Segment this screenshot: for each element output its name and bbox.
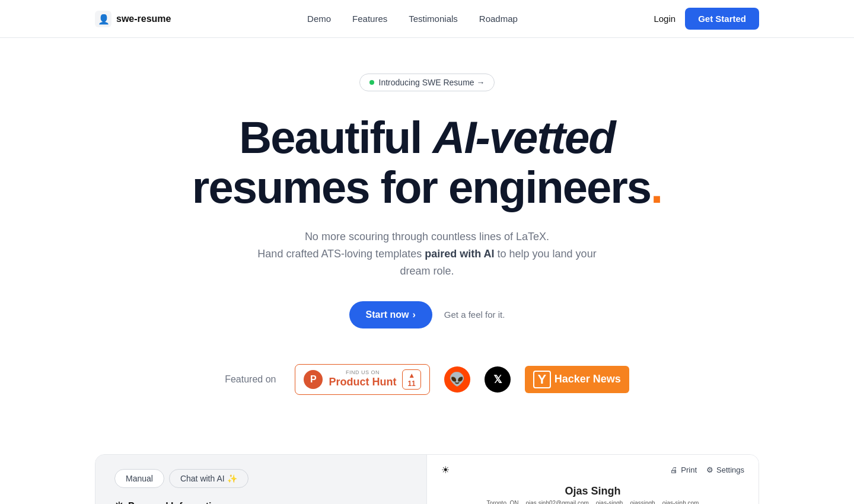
- svg-text:👤: 👤: [98, 14, 110, 25]
- resume-preview-panel: ☀ 🖨 Print ⚙ Settings Ojas Singh Toronto,…: [427, 455, 759, 504]
- arrow-icon: ›: [413, 310, 416, 320]
- product-hunt-name: Product Hunt: [329, 376, 396, 389]
- resume-action-icons: 🖨 Print ⚙ Settings: [670, 465, 744, 474]
- heading-part2: resumes for engineers: [192, 162, 651, 212]
- logo[interactable]: 👤 swe-resume: [95, 11, 171, 27]
- find-us-label: FIND US ON: [329, 369, 396, 376]
- navbar: 👤 swe-resume Demo Features Testimonials …: [0, 0, 854, 38]
- nav-roadmap[interactable]: Roadmap: [479, 14, 518, 24]
- nav-demo[interactable]: Demo: [307, 14, 331, 24]
- resume-location: Toronto, ON: [487, 500, 519, 504]
- featured-section: Featured on P FIND US ON Product Hunt ▲ …: [225, 364, 629, 395]
- announcement-text: Introducing SWE Resume →: [379, 78, 485, 87]
- product-hunt-upvote: ▲ 11: [402, 369, 420, 390]
- demo-form-panel: Manual Chat with AI ✨ ✳ Personal Informa…: [95, 455, 427, 504]
- featured-label: Featured on: [225, 374, 276, 385]
- demo-section: Manual Chat with AI ✨ ✳ Personal Informa…: [95, 454, 759, 504]
- heading-dot: .: [651, 162, 662, 212]
- demo-tabs: Manual Chat with AI ✨: [114, 469, 407, 488]
- upvote-arrow: ▲: [408, 371, 415, 379]
- reddit-badge[interactable]: 👽: [444, 366, 470, 393]
- resume-github: ojas-singh: [596, 500, 623, 504]
- product-hunt-badge[interactable]: P FIND US ON Product Hunt ▲ 11: [295, 364, 429, 395]
- person-icon: ✳: [114, 500, 123, 504]
- resume-contact: Toronto, ON ojas.sinh02@gmail.com ojas-s…: [441, 500, 744, 504]
- get-started-button[interactable]: Get Started: [685, 8, 759, 30]
- personal-info-header: ✳ Personal Information: [114, 500, 407, 504]
- print-label: Print: [681, 465, 697, 474]
- logo-icon: 👤: [95, 11, 111, 27]
- product-hunt-text: FIND US ON Product Hunt: [329, 369, 396, 388]
- resume-content: Ojas Singh Toronto, ON ojas.sinh02@gmail…: [441, 485, 744, 504]
- upvote-count: 11: [407, 379, 415, 388]
- settings-icon: ⚙: [706, 465, 713, 474]
- cta-secondary-text: Get a feel for it.: [444, 310, 505, 320]
- subtext-line1: No more scouring through countless lines…: [305, 231, 549, 243]
- start-now-label: Start now: [366, 310, 409, 320]
- login-button[interactable]: Login: [654, 14, 675, 24]
- hacker-news-badge[interactable]: Y Hacker News: [525, 366, 629, 393]
- hacker-news-y-icon: Y: [533, 371, 551, 388]
- x-twitter-badge[interactable]: 𝕏: [485, 366, 511, 393]
- nav-links: Demo Features Testimonials Roadmap: [307, 14, 518, 24]
- green-dot-icon: [369, 80, 374, 85]
- heading-italic: AI-vetted: [433, 112, 615, 162]
- nav-features[interactable]: Features: [352, 14, 387, 24]
- nav-actions: Login Get Started: [654, 8, 759, 30]
- hero-cta-row: Start now › Get a feel for it.: [349, 301, 505, 328]
- heading-part1: Beautiful: [239, 112, 432, 162]
- x-icon: 𝕏: [493, 373, 502, 386]
- product-hunt-logo: P: [304, 370, 323, 389]
- settings-button[interactable]: ⚙ Settings: [706, 465, 744, 474]
- subtext-line2-start: Hand crafted ATS-loving templates: [257, 248, 425, 260]
- subtext-bold: paired with AI: [425, 248, 494, 260]
- resume-name: Ojas Singh: [441, 485, 744, 497]
- resume-linkedin: ojassingh: [630, 500, 655, 504]
- settings-label: Settings: [716, 465, 744, 474]
- print-button[interactable]: 🖨 Print: [670, 465, 697, 474]
- logo-text: swe-resume: [116, 14, 171, 24]
- nav-testimonials[interactable]: Testimonials: [409, 14, 458, 24]
- tab-ai[interactable]: Chat with AI ✨: [169, 469, 248, 488]
- resume-topbar: ☀ 🖨 Print ⚙ Settings: [441, 464, 744, 476]
- hero-subtext: No more scouring through countless lines…: [249, 228, 605, 279]
- hero-section: Introducing SWE Resume → Beautiful AI-ve…: [0, 38, 854, 454]
- announcement-badge[interactable]: Introducing SWE Resume →: [359, 74, 495, 91]
- resume-email: ojas.sinh02@gmail.com: [526, 500, 589, 504]
- personal-info-label: Personal Information: [128, 501, 223, 504]
- resume-website: ojas-sinh.com: [662, 500, 699, 504]
- theme-icon[interactable]: ☀: [441, 464, 450, 476]
- tab-manual[interactable]: Manual: [114, 469, 164, 488]
- print-icon: 🖨: [670, 465, 678, 474]
- reddit-icon: 👽: [449, 372, 465, 387]
- hacker-news-name: Hacker News: [555, 373, 621, 385]
- hero-heading: Beautiful AI-vettedresumes for engineers…: [192, 113, 662, 212]
- start-now-button[interactable]: Start now ›: [349, 301, 432, 328]
